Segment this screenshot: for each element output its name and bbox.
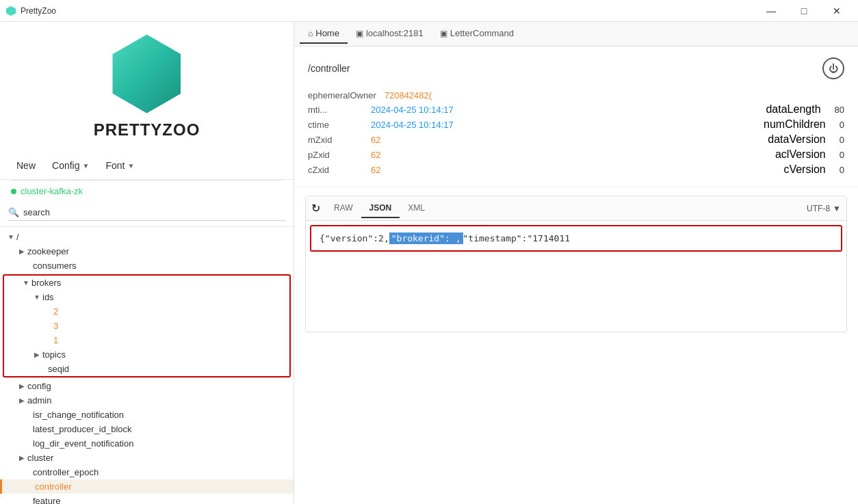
- logo-area: PRETTYZOO: [0, 22, 294, 152]
- tree-root[interactable]: ▼ /: [0, 230, 294, 244]
- tree-item-1[interactable]: 1: [4, 333, 289, 347]
- node-path-text: /controller: [308, 63, 350, 74]
- prop-row: mti... 2024-04-25 10:14:17 dataLength 80: [308, 103, 844, 116]
- node-info: /controller ⏻ ephemeralOwner 720842482( …: [294, 47, 858, 187]
- tree-item[interactable]: ▶ zookeeper: [0, 244, 294, 258]
- prop-value-czxid: 62: [371, 165, 380, 175]
- sidebar: PRETTYZOO New Config ▼ Font ▼ cluster-ka…: [0, 22, 294, 504]
- tab-home[interactable]: ⌂ Home: [300, 24, 348, 44]
- item-label: brokers: [31, 278, 289, 288]
- root-label: /: [16, 232, 294, 242]
- prop-row: pZxid 62 aclVersion 0: [308, 148, 844, 161]
- tab-lettercommand[interactable]: ▣ LetterCommand: [432, 24, 522, 44]
- titlebar: PrettyZoo — □ ✕: [0, 0, 858, 22]
- data-tab-xml[interactable]: XML: [400, 199, 433, 218]
- search-area: 🔍: [0, 202, 294, 227]
- json-text-2: "timestamp":"1714011: [463, 233, 571, 243]
- item-label: admin: [27, 395, 294, 406]
- data-content: {"version":2,"brokerid": ,"timestamp":"1…: [311, 226, 841, 250]
- logo-hex: [112, 35, 181, 114]
- tree-area: 🔍 ▼ / ▶ zookeeper consum: [0, 202, 294, 504]
- item-label: 3: [53, 321, 289, 331]
- item-label: latest_producer_id_block: [33, 424, 294, 434]
- tree-item-cluster[interactable]: ▶ cluster: [0, 451, 294, 465]
- data-viewer: ↻ RAW JSON XML UTF-8 ▼ {"version":2,"bro…: [305, 196, 847, 332]
- tree-item-latest-producer[interactable]: latest_producer_id_block: [0, 422, 294, 436]
- cluster-item[interactable]: cluster-kafka-zk: [0, 181, 294, 202]
- tree-item-config[interactable]: ▶ config: [0, 379, 294, 393]
- item-label: log_dir_event_notification: [33, 438, 294, 449]
- data-tab-raw[interactable]: RAW: [326, 199, 361, 218]
- font-button[interactable]: Font ▼: [100, 157, 140, 174]
- font-dropdown-arrow: ▼: [127, 162, 134, 170]
- prop-row: ctime 2024-04-25 10:14:17 numChildren 0: [308, 118, 844, 131]
- data-tab-json[interactable]: JSON: [361, 199, 400, 218]
- search-box: 🔍: [8, 207, 285, 221]
- tree-item-seqid[interactable]: seqid: [4, 362, 289, 376]
- item-label: controller_epoch: [33, 467, 294, 477]
- search-input[interactable]: [23, 207, 285, 217]
- right-panel: ⌂ Home ▣ localhost:2181 ▣ LetterCommand …: [294, 22, 858, 504]
- tree-item-ids[interactable]: ▼ ids: [4, 290, 289, 304]
- node-path: /controller ⏻: [308, 57, 844, 79]
- home-icon: ⌂: [308, 29, 313, 38]
- tree-item-admin[interactable]: ▶ admin: [0, 393, 294, 408]
- encoding-label: UTF-8: [807, 204, 830, 213]
- minimize-button[interactable]: —: [755, 0, 787, 22]
- prop-label2: aclVersion: [775, 148, 826, 161]
- tree-item-topics[interactable]: ▶ topics: [4, 347, 289, 362]
- new-button[interactable]: New: [11, 157, 41, 174]
- tree-item-brokers[interactable]: ▼ brokers: [4, 276, 289, 290]
- app-icon: [5, 5, 16, 16]
- tree-item-controller[interactable]: controller: [0, 479, 294, 494]
- prop-label: ephemeralOwner: [308, 90, 376, 101]
- tree-item[interactable]: consumers: [0, 258, 294, 273]
- prop-label2: cVersion: [783, 163, 825, 176]
- maximize-button[interactable]: □: [788, 0, 820, 22]
- prop-label2: dataLength: [766, 103, 820, 116]
- highlight-box: ▼ brokers ▼ ids 2: [3, 274, 291, 377]
- tree-item-feature[interactable]: feature: [0, 494, 294, 504]
- properties-list: ephemeralOwner 720842482( mti... 2024-04…: [308, 90, 844, 176]
- config-button[interactable]: Config ▼: [47, 157, 94, 174]
- main-layout: PRETTYZOO New Config ▼ Font ▼ cluster-ka…: [0, 22, 858, 504]
- tab-localhost[interactable]: ▣ localhost:2181: [348, 24, 432, 44]
- prop-label2: dataVersion: [768, 133, 826, 146]
- encoding-arrow: ▼: [833, 204, 841, 213]
- lettercommand-icon: ▣: [440, 29, 447, 38]
- prop-row: cZxid 62 cVersion 0: [308, 163, 844, 176]
- cluster-name: cluster-kafka-zk: [21, 186, 83, 196]
- prop-label2: numChildren: [764, 118, 826, 131]
- encoding-select[interactable]: UTF-8 ▼: [807, 204, 841, 213]
- item-label: consumers: [33, 261, 294, 271]
- tree-item-2[interactable]: 2: [4, 304, 289, 319]
- app-title: PrettyZoo: [21, 6, 56, 16]
- prop-value-mti: 2024-04-25 10:14:17: [371, 105, 454, 115]
- item-label: config: [27, 381, 294, 391]
- prop-label: pZxid: [308, 150, 363, 160]
- prop-label: cZxid: [308, 165, 363, 175]
- tab-localhost-label: localhost:2181: [366, 28, 424, 38]
- power-icon: ⏻: [829, 63, 838, 74]
- prop-value2: 0: [840, 120, 844, 130]
- item-label: ids: [42, 292, 289, 302]
- prop-label: mZxid: [308, 135, 363, 145]
- prop-value2: 0: [840, 135, 844, 145]
- localhost-icon: ▣: [356, 29, 363, 38]
- tab-lettercommand-label: LetterCommand: [450, 28, 514, 38]
- tree-item-log-dir[interactable]: log_dir_event_notification: [0, 436, 294, 451]
- prop-value-ctime: 2024-04-25 10:14:17: [371, 120, 454, 130]
- tree-item-3[interactable]: 3: [4, 319, 289, 333]
- item-arrow: ▶: [16, 382, 27, 390]
- prop-row: mZxid 62 dataVersion 0: [308, 133, 844, 146]
- prop-label: ctime: [308, 120, 363, 130]
- tree-item-controller-epoch[interactable]: controller_epoch: [0, 465, 294, 479]
- item-label: controller: [35, 481, 294, 492]
- close-button[interactable]: ✕: [821, 0, 853, 22]
- power-button[interactable]: ⏻: [822, 57, 844, 79]
- prop-value-mzxid: 62: [371, 135, 380, 145]
- json-text-1: {"version":2,: [320, 233, 389, 243]
- tree-item-isr[interactable]: isr_change_notification: [0, 408, 294, 422]
- data-refresh-icon[interactable]: ↻: [311, 202, 320, 215]
- logo-container: PRETTYZOO: [94, 35, 200, 140]
